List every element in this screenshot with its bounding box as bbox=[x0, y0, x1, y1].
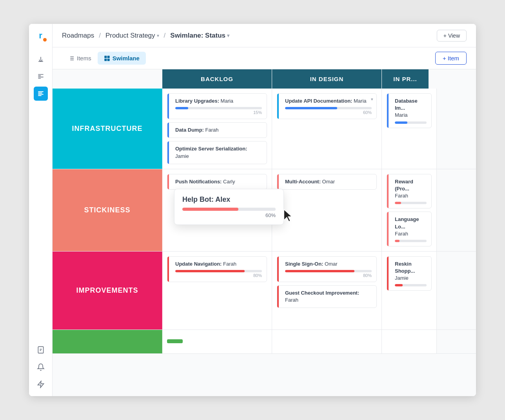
card-update-navigation[interactable]: Update Navigation: Farah 80% bbox=[167, 256, 267, 282]
progress-bar-wrap bbox=[395, 121, 427, 124]
tab-swimlane[interactable]: Swimlane bbox=[98, 52, 146, 65]
chevron-down-icon: ▾ bbox=[157, 33, 159, 38]
swim-col-infra-backlog: Library Upgrades: Maria 15% Data Dump: F… bbox=[162, 89, 272, 169]
items-tab-icon bbox=[68, 55, 74, 62]
breadcrumb-sep1: / bbox=[99, 32, 101, 40]
progress-bar-wrap bbox=[175, 270, 262, 272]
col-header-in-progress: IN PR... bbox=[382, 69, 429, 89]
card-language-lo[interactable]: Language Lo...Farah bbox=[387, 212, 432, 246]
card-update-api[interactable]: ▾ Update API Documentation: Maria 60% bbox=[277, 93, 377, 119]
download-icon[interactable] bbox=[34, 52, 48, 66]
card-reskin-shop[interactable]: Reskin Shopp...Jamie bbox=[387, 256, 432, 291]
tooltip-progress-wrap bbox=[182, 208, 276, 211]
swimlane-label-bottom bbox=[53, 330, 162, 353]
toolbar: Items Swimlane + Item bbox=[53, 47, 476, 69]
progress-bar-wrap bbox=[395, 202, 427, 204]
card-title: Database Im...Maria bbox=[395, 98, 427, 119]
progress-label: 80% bbox=[285, 273, 372, 278]
breadcrumb-roadmaps[interactable]: Roadmaps bbox=[62, 32, 94, 40]
swimlane-label-infrastructure: INFRASTRUCTURE bbox=[53, 89, 162, 169]
progress-bar-wrap bbox=[175, 107, 262, 109]
card-title: Data Dump: Farah bbox=[175, 127, 262, 134]
progress-bar-wrap bbox=[395, 240, 427, 242]
card-bar bbox=[167, 94, 169, 119]
svg-rect-0 bbox=[38, 347, 43, 353]
card-push-notifications[interactable]: Push Notifications: Carly bbox=[167, 174, 267, 190]
header: Roadmaps / Product Strategy ▾ / Swimlane… bbox=[53, 24, 476, 47]
swimlane-row-bottom bbox=[53, 330, 476, 354]
bell-icon[interactable] bbox=[34, 360, 48, 374]
card-bar bbox=[387, 212, 389, 246]
swimlane-tab-icon bbox=[104, 55, 110, 62]
progress-label: 60% bbox=[285, 110, 372, 115]
card-title: Reward (Pro...Farah bbox=[395, 178, 427, 200]
card-database-im[interactable]: Database Im...Maria bbox=[387, 93, 432, 128]
col-header-in-design: IN DESIGN bbox=[272, 69, 382, 89]
swim-col-bottom-backlog bbox=[162, 330, 272, 353]
progress-bar bbox=[285, 270, 354, 272]
progress-bar bbox=[175, 270, 245, 272]
roadmap-icon[interactable] bbox=[34, 87, 48, 101]
card-bar bbox=[167, 141, 169, 163]
progress-label: 15% bbox=[175, 110, 262, 115]
tooltip-popup: Help Bot: Alex 60% bbox=[174, 189, 284, 225]
card-title: Reskin Shopp...Jamie bbox=[395, 261, 427, 282]
dropdown-icon[interactable]: ▾ bbox=[371, 97, 373, 102]
card-reward-pro[interactable]: Reward (Pro...Farah bbox=[387, 174, 432, 209]
svg-rect-1 bbox=[104, 56, 107, 58]
card-bar bbox=[277, 94, 279, 119]
card-guest-checkout[interactable]: Guest Checkout Improvement: Farah bbox=[277, 285, 377, 308]
progress-bar-wrap bbox=[285, 270, 372, 272]
logo-r-letter: r bbox=[39, 31, 42, 40]
svg-rect-3 bbox=[104, 58, 107, 61]
card-bar bbox=[277, 286, 279, 308]
lightning-icon[interactable] bbox=[34, 377, 48, 391]
list-icon[interactable] bbox=[34, 69, 48, 83]
board-grid: BACKLOG IN DESIGN IN PR... INFRASTRUCTUR… bbox=[53, 69, 476, 354]
main-content: Roadmaps / Product Strategy ▾ / Swimlane… bbox=[53, 24, 476, 396]
logo: r bbox=[34, 29, 48, 43]
progress-bar bbox=[395, 284, 403, 286]
card-optimize-server[interactable]: Optimize Server Serialization: Jamie bbox=[167, 141, 267, 164]
card-bar bbox=[387, 94, 389, 128]
swim-col-bottom-in-progress bbox=[382, 330, 437, 353]
progress-label: 80% bbox=[175, 273, 262, 278]
card-single-sign-on[interactable]: Single Sign-On: Omar 80% bbox=[277, 256, 377, 282]
breadcrumb-swimlane-status[interactable]: Swimlane: Status ▾ bbox=[170, 32, 229, 40]
card-bar bbox=[387, 257, 389, 291]
swim-col-infra-in-progress: Database Im...Maria bbox=[382, 89, 437, 169]
card-multi-account[interactable]: Multi-Account: Omar bbox=[277, 174, 377, 190]
card-title: Language Lo...Farah bbox=[395, 216, 427, 237]
add-item-button[interactable]: + Item bbox=[435, 52, 467, 65]
breadcrumb-product-strategy[interactable]: Product Strategy ▾ bbox=[105, 32, 159, 40]
card-bar bbox=[277, 257, 279, 282]
swim-col-improve-in-design: Single Sign-On: Omar 80% Guest Checkout … bbox=[272, 252, 382, 329]
sidebar: r bbox=[29, 24, 53, 396]
card-title: Library Upgrades: Maria bbox=[175, 98, 262, 105]
add-view-button[interactable]: + View bbox=[437, 30, 467, 42]
card-title: Single Sign-On: Omar bbox=[285, 261, 372, 268]
progress-bar bbox=[395, 240, 400, 242]
swimlane-label-stickiness: STICKINESS bbox=[53, 169, 162, 251]
bottom-indicator bbox=[167, 339, 183, 343]
progress-bar bbox=[285, 107, 337, 109]
card-title: Optimize Server Serialization: Jamie bbox=[175, 145, 262, 159]
card-bar bbox=[167, 174, 169, 189]
contacts-icon[interactable] bbox=[34, 343, 48, 357]
tooltip-title: Help Bot: Alex bbox=[182, 196, 276, 204]
swim-col-bottom-in-design bbox=[272, 330, 382, 353]
swim-col-improve-in-progress: Reskin Shopp...Jamie bbox=[382, 252, 437, 329]
swimlane-row-stickiness: STICKINESS Push Notifications: Carly bbox=[53, 169, 476, 252]
progress-bar-wrap bbox=[395, 284, 427, 286]
swimlane-label-improvements: IMPROVEMENTS bbox=[53, 252, 162, 329]
svg-rect-2 bbox=[107, 56, 109, 58]
card-data-dump[interactable]: Data Dump: Farah bbox=[167, 122, 267, 138]
card-title: Update Navigation: Farah bbox=[175, 261, 262, 268]
chevron-down-icon-2: ▾ bbox=[227, 33, 229, 38]
card-bar bbox=[277, 174, 279, 189]
progress-bar bbox=[395, 121, 407, 124]
card-bar bbox=[167, 123, 169, 138]
card-library-upgrades[interactable]: Library Upgrades: Maria 15% bbox=[167, 93, 267, 119]
tooltip-percent: 60% bbox=[182, 212, 276, 218]
tab-items[interactable]: Items bbox=[62, 52, 98, 65]
